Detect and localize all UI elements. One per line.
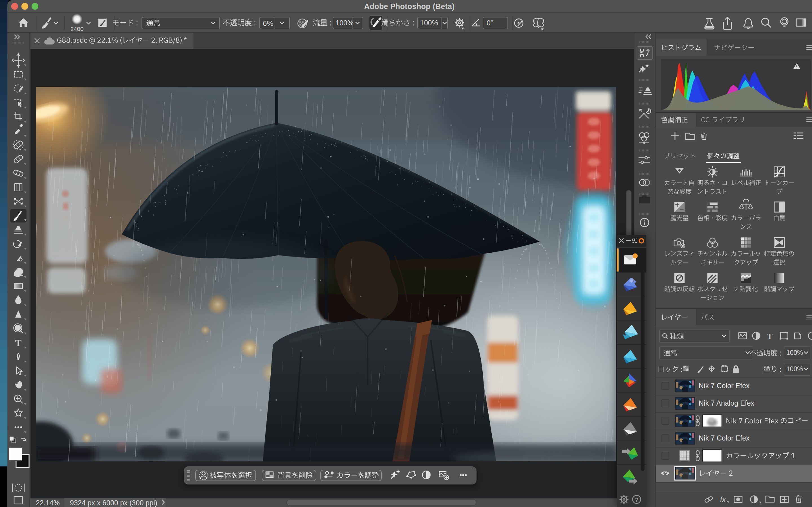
svg-text:T: T	[767, 332, 772, 341]
svg-text:fx: fx	[720, 495, 726, 504]
svg-text:?: ?	[635, 497, 638, 503]
svg-text:T: T	[15, 338, 22, 348]
